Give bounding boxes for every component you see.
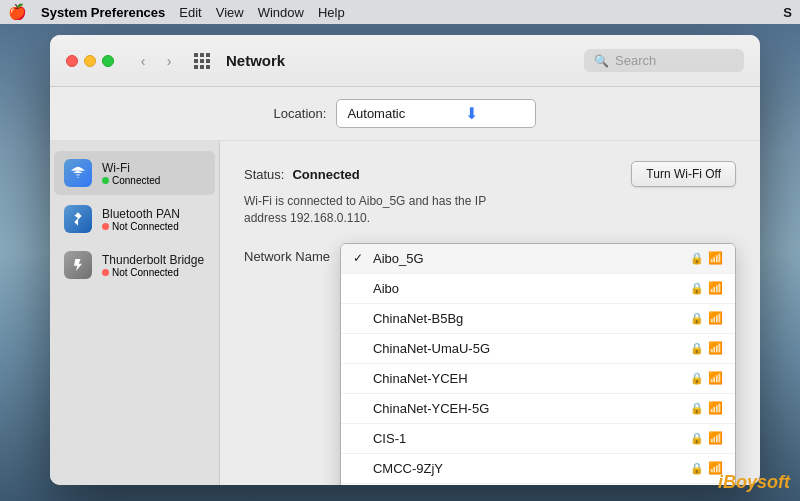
network-icons: 🔒 📶 — [690, 431, 723, 445]
bluetooth-status-dot — [102, 223, 109, 230]
search-icon: 🔍 — [594, 54, 609, 68]
window: ‹ › Network 🔍 Search Location: Automatic… — [50, 35, 760, 485]
location-select[interactable]: Automatic ⬇ — [336, 99, 536, 128]
menubar-right: S — [783, 5, 792, 20]
network-item[interactable]: CMCC-9ZjY 🔒 📶 — [341, 454, 735, 484]
location-label: Location: — [274, 106, 327, 121]
thunderbolt-icon — [64, 251, 92, 279]
network-name-row: Network Name ✓ Aibo_5G 🔒 📶 Aibo 🔒 📶 Chin… — [244, 243, 736, 485]
network-item[interactable]: ✓ Aibo_5G 🔒 📶 — [341, 244, 735, 274]
turn-wifi-off-button[interactable]: Turn Wi-Fi Off — [631, 161, 736, 187]
lock-icon: 🔒 — [690, 282, 704, 295]
location-bar: Location: Automatic ⬇ — [50, 87, 760, 141]
sidebar-thunderbolt-text: Thunderbolt Bridge Not Connected — [102, 253, 204, 278]
network-name: Aibo — [373, 281, 684, 296]
thunderbolt-status-label: Not Connected — [112, 267, 179, 278]
forward-button[interactable]: › — [158, 50, 180, 72]
network-item[interactable]: ChinaNet-YCEH 🔒 📶 — [341, 364, 735, 394]
network-item[interactable]: CIS-1 🔒 📶 — [341, 424, 735, 454]
window-title: Network — [226, 52, 285, 69]
network-name: ChinaNet-YCEH — [373, 371, 684, 386]
network-dropdown[interactable]: ✓ Aibo_5G 🔒 📶 Aibo 🔒 📶 ChinaNet-B5Bg 🔒 📶… — [340, 243, 736, 485]
grid-icon[interactable] — [194, 53, 210, 69]
menubar-items: Edit View Window Help — [179, 5, 344, 20]
menu-view[interactable]: View — [216, 5, 244, 20]
lock-icon: 🔒 — [690, 432, 704, 445]
wifi-icon — [64, 159, 92, 187]
network-icons: 🔒 📶 — [690, 311, 723, 325]
menubar: 🍎 System Preferences Edit View Window He… — [0, 0, 800, 24]
wifi-signal-icon: 📶 — [708, 341, 723, 355]
menu-help[interactable]: Help — [318, 5, 345, 20]
menu-window[interactable]: Window — [258, 5, 304, 20]
sidebar-wifi-name: Wi-Fi — [102, 161, 160, 175]
sidebar-wifi-status: Connected — [102, 175, 160, 186]
sidebar-thunderbolt-name: Thunderbolt Bridge — [102, 253, 204, 267]
network-item[interactable]: CMCC-q5mM 🔒 📶 — [341, 484, 735, 485]
network-icons: 🔒 📶 — [690, 251, 723, 265]
sidebar-wifi-text: Wi-Fi Connected — [102, 161, 160, 186]
traffic-lights — [66, 55, 114, 67]
network-name: CMCC-9ZjY — [373, 461, 684, 476]
location-chevron-icon: ⬇ — [465, 104, 478, 123]
network-name: ChinaNet-YCEH-5G — [373, 401, 684, 416]
app-menu[interactable]: System Preferences — [41, 5, 165, 20]
sidebar-item-bluetooth[interactable]: Bluetooth PAN Not Connected — [54, 197, 215, 241]
wifi-signal-icon: 📶 — [708, 281, 723, 295]
location-value: Automatic — [347, 106, 405, 121]
connection-info: Wi-Fi is connected to Aibo_5G and has th… — [244, 193, 736, 227]
network-item[interactable]: ChinaNet-YCEH-5G 🔒 📶 — [341, 394, 735, 424]
watermark: iBoysoft — [718, 472, 790, 493]
main-body: Wi-Fi Connected Blue — [50, 141, 760, 485]
wifi-status-label: Connected — [112, 175, 160, 186]
bluetooth-status-label: Not Connected — [112, 221, 179, 232]
network-check: ✓ — [353, 251, 367, 265]
network-icons: 🔒 📶 — [690, 401, 723, 415]
network-name: Aibo_5G — [373, 251, 684, 266]
lock-icon: 🔒 — [690, 462, 704, 475]
close-button[interactable] — [66, 55, 78, 67]
menu-edit[interactable]: Edit — [179, 5, 201, 20]
apple-menu[interactable]: 🍎 — [8, 3, 27, 21]
lock-icon: 🔒 — [690, 252, 704, 265]
sidebar-item-thunderbolt[interactable]: Thunderbolt Bridge Not Connected — [54, 243, 215, 287]
network-item[interactable]: ChinaNet-UmaU-5G 🔒 📶 — [341, 334, 735, 364]
wifi-signal-icon: 📶 — [708, 251, 723, 265]
minimize-button[interactable] — [84, 55, 96, 67]
network-icons: 🔒 📶 — [690, 371, 723, 385]
thunderbolt-status-dot — [102, 269, 109, 276]
wifi-signal-icon: 📶 — [708, 431, 723, 445]
network-name: ChinaNet-B5Bg — [373, 311, 684, 326]
network-icons: 🔒 📶 — [690, 281, 723, 295]
sidebar-bluetooth-text: Bluetooth PAN Not Connected — [102, 207, 180, 232]
sidebar-thunderbolt-status: Not Connected — [102, 267, 204, 278]
wifi-status-dot — [102, 177, 109, 184]
window-content: Location: Automatic ⬇ Wi-Fi — [50, 87, 760, 485]
wifi-signal-icon: 📶 — [708, 401, 723, 415]
search-bar[interactable]: 🔍 Search — [584, 49, 744, 72]
status-row: Status: Connected Turn Wi-Fi Off — [244, 161, 736, 187]
wifi-signal-icon: 📶 — [708, 371, 723, 385]
maximize-button[interactable] — [102, 55, 114, 67]
right-panel: Status: Connected Turn Wi-Fi Off Wi-Fi i… — [220, 141, 760, 485]
status-value: Connected — [292, 167, 359, 182]
lock-icon: 🔒 — [690, 402, 704, 415]
network-icons: 🔒 📶 — [690, 341, 723, 355]
sidebar-item-wifi[interactable]: Wi-Fi Connected — [54, 151, 215, 195]
sidebar-bluetooth-name: Bluetooth PAN — [102, 207, 180, 221]
network-item[interactable]: Aibo 🔒 📶 — [341, 274, 735, 304]
nav-arrows: ‹ › — [132, 50, 180, 72]
network-name: ChinaNet-UmaU-5G — [373, 341, 684, 356]
lock-icon: 🔒 — [690, 372, 704, 385]
network-item[interactable]: ChinaNet-B5Bg 🔒 📶 — [341, 304, 735, 334]
wifi-signal-icon: 📶 — [708, 311, 723, 325]
network-name-label: Network Name — [244, 249, 330, 264]
lock-icon: 🔒 — [690, 312, 704, 325]
status-label: Status: — [244, 167, 284, 182]
back-button[interactable]: ‹ — [132, 50, 154, 72]
sidebar-bluetooth-status: Not Connected — [102, 221, 180, 232]
sidebar: Wi-Fi Connected Blue — [50, 141, 220, 485]
titlebar: ‹ › Network 🔍 Search — [50, 35, 760, 87]
network-name: CIS-1 — [373, 431, 684, 446]
search-placeholder: Search — [615, 53, 656, 68]
